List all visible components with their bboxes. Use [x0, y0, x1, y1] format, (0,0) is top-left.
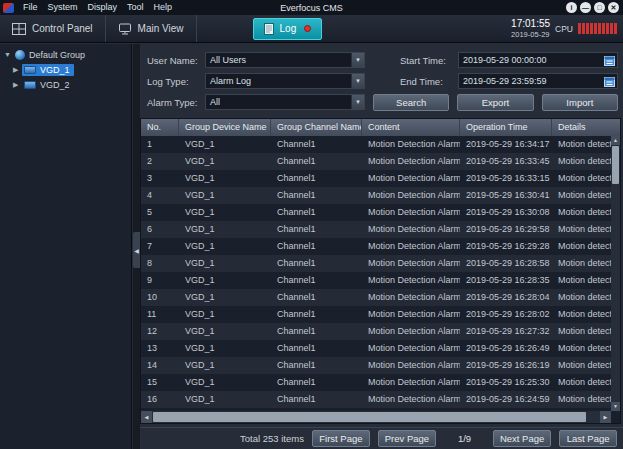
prev-page-button[interactable]: Prev Page: [378, 430, 436, 447]
cell-content: Motion Detection Alarm: [362, 187, 460, 204]
tree-expanded-icon[interactable]: ▼: [4, 51, 13, 58]
scroll-right-icon[interactable]: ▶: [600, 411, 611, 423]
table-row[interactable]: 16VGD_1Channel1Motion Detection Alarm201…: [141, 391, 611, 408]
cell-time: 2019-05-29 16:26:19: [460, 357, 552, 374]
vertical-scrollbar[interactable]: ▲ ▼: [611, 136, 620, 411]
vertical-scroll-thumb[interactable]: [612, 146, 619, 184]
table-row[interactable]: 14VGD_1Channel1Motion Detection Alarm201…: [141, 357, 611, 374]
cell-details: Motion detection alarm: [552, 153, 611, 170]
table-row[interactable]: 13VGD_1Channel1Motion Detection Alarm201…: [141, 340, 611, 357]
close-icon[interactable]: ✕: [608, 2, 619, 13]
table-row[interactable]: 5VGD_1Channel1Motion Detection Alarm2019…: [141, 204, 611, 221]
cell-no: 11: [141, 306, 179, 323]
table-row[interactable]: 4VGD_1Channel1Motion Detection Alarm2019…: [141, 187, 611, 204]
tree-node-vgd1[interactable]: ▶ VGD_1: [0, 62, 131, 77]
cpu-usage-bar: [614, 23, 617, 34]
maximize-icon[interactable]: □: [594, 2, 605, 13]
end-time-label: End Time:: [400, 76, 458, 87]
menu-file[interactable]: File: [18, 0, 43, 15]
sidebar-collapse-handle[interactable]: ◀: [133, 232, 140, 268]
last-page-button[interactable]: Last Page: [559, 430, 617, 447]
table-row[interactable]: 8VGD_1Channel1Motion Detection Alarm2019…: [141, 255, 611, 272]
cell-time: 2019-05-29 16:26:49: [460, 340, 552, 357]
tab-bar: Control Panel Main View Log 17:01:55 201…: [0, 15, 623, 43]
column-operation-time[interactable]: Operation Time: [460, 119, 552, 136]
log-view: User Name: All Users ▼ Start Time: 2019-…: [140, 44, 623, 449]
alarm-type-select[interactable]: All ▼: [205, 94, 365, 110]
next-page-button[interactable]: Next Page: [493, 430, 551, 447]
cell-time: 2019-05-29 16:25:30: [460, 374, 552, 391]
scroll-up-icon[interactable]: ▲: [611, 136, 620, 145]
table-row[interactable]: 2VGD_1Channel1Motion Detection Alarm2019…: [141, 153, 611, 170]
status-box: 17:01:55 2019-05-29 CPU: [511, 19, 623, 39]
menu-system[interactable]: System: [43, 0, 83, 15]
cell-channel: Channel1: [271, 306, 362, 323]
table-row[interactable]: 11VGD_1Channel1Motion Detection Alarm201…: [141, 306, 611, 323]
menu-tool[interactable]: Tool: [122, 0, 149, 15]
column-group-channel-name[interactable]: Group Channel Name: [271, 119, 362, 136]
tab-label: Control Panel: [32, 23, 93, 34]
control-panel-icon: [12, 23, 26, 35]
info-icon[interactable]: i: [566, 2, 577, 13]
calendar-icon[interactable]: [602, 53, 617, 67]
tab-control-panel[interactable]: Control Panel: [0, 15, 106, 42]
scroll-left-icon[interactable]: ◀: [141, 411, 152, 423]
alarm-type-label: Alarm Type:: [147, 97, 205, 108]
cell-content: Motion Detection Alarm: [362, 289, 460, 306]
chevron-down-icon[interactable]: ▼: [351, 53, 364, 67]
cell-content: Motion Detection Alarm: [362, 238, 460, 255]
export-button[interactable]: Export: [457, 94, 533, 111]
column-details[interactable]: Details: [552, 119, 620, 136]
column-group-device-name[interactable]: Group Device Name: [179, 119, 271, 136]
user-name-select[interactable]: All Users ▼: [205, 52, 365, 68]
table-row[interactable]: 6VGD_1Channel1Motion Detection Alarm2019…: [141, 221, 611, 238]
column-content[interactable]: Content: [362, 119, 460, 136]
cell-device: VGD_1: [179, 238, 271, 255]
chevron-down-icon[interactable]: ▼: [351, 95, 364, 109]
scroll-down-icon[interactable]: ▼: [611, 402, 620, 411]
end-time-field[interactable]: 2019-05-29 23:59:59: [458, 73, 618, 89]
table-row[interactable]: 7VGD_1Channel1Motion Detection Alarm2019…: [141, 238, 611, 255]
tree-node-default-group[interactable]: ▼ Default Group: [0, 47, 131, 62]
cpu-usage-bar: [602, 23, 605, 34]
cell-device: VGD_1: [179, 340, 271, 357]
horizontal-scrollbar[interactable]: ◀ ▶: [141, 411, 611, 423]
chevron-down-icon[interactable]: ▼: [351, 74, 364, 88]
first-page-button[interactable]: First Page: [312, 430, 370, 447]
cell-device: VGD_1: [179, 306, 271, 323]
table-row[interactable]: 3VGD_1Channel1Motion Detection Alarm2019…: [141, 170, 611, 187]
column-no[interactable]: No.: [141, 119, 179, 136]
cell-time: 2019-05-29 16:27:32: [460, 323, 552, 340]
cell-device: VGD_1: [179, 221, 271, 238]
menu-help[interactable]: Help: [149, 0, 178, 15]
table-row[interactable]: 10VGD_1Channel1Motion Detection Alarm201…: [141, 289, 611, 306]
tab-main-view[interactable]: Main View: [106, 15, 197, 42]
cpu-usage-bar: [578, 23, 581, 34]
tab-log[interactable]: Log: [253, 18, 323, 40]
table-row[interactable]: 9VGD_1Channel1Motion Detection Alarm2019…: [141, 272, 611, 289]
cpu-usage-bar: [610, 23, 613, 34]
tree-collapsed-icon[interactable]: ▶: [13, 81, 22, 89]
calendar-icon[interactable]: [602, 74, 617, 88]
cell-time: 2019-05-29 16:28:04: [460, 289, 552, 306]
table-row[interactable]: 1VGD_1Channel1Motion Detection Alarm2019…: [141, 136, 611, 153]
table-row[interactable]: 12VGD_1Channel1Motion Detection Alarm201…: [141, 323, 611, 340]
horizontal-scroll-thumb[interactable]: [153, 412, 586, 422]
alarm-badge-icon: [304, 25, 311, 32]
cpu-usage-bar: [594, 23, 597, 34]
minimize-icon[interactable]: —: [580, 2, 591, 13]
search-button[interactable]: Search: [373, 94, 449, 111]
tree-collapsed-icon[interactable]: ▶: [13, 66, 22, 74]
cpu-usage-bar: [582, 23, 585, 34]
start-time-field[interactable]: 2019-05-29 00:00:00: [458, 52, 618, 68]
page-indicator: 1/9: [458, 433, 471, 444]
import-button[interactable]: Import: [542, 94, 618, 111]
menu-display[interactable]: Display: [83, 0, 123, 15]
cell-time: 2019-05-29 16:33:15: [460, 170, 552, 187]
tree-node-vgd2[interactable]: ▶ VGD_2: [0, 77, 131, 92]
cell-channel: Channel1: [271, 221, 362, 238]
table-row[interactable]: 15VGD_1Channel1Motion Detection Alarm201…: [141, 374, 611, 391]
cell-no: 4: [141, 187, 179, 204]
log-type-select[interactable]: Alarm Log ▼: [205, 73, 365, 89]
app-window: Everfocus CMS File System Display Tool H…: [0, 0, 623, 449]
